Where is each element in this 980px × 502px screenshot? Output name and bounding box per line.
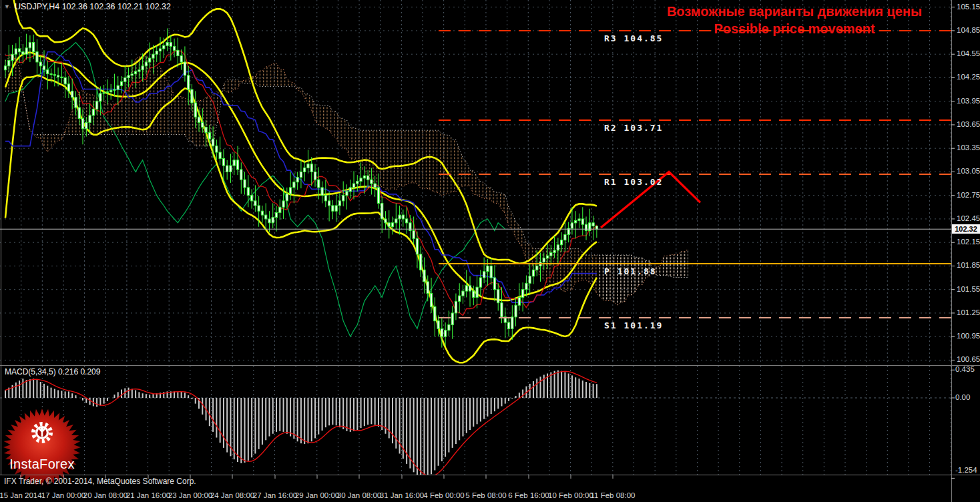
- price-tick-label: 105.15: [957, 3, 980, 11]
- price-tick-label: 102.15: [957, 238, 980, 246]
- instaforex-logo-text: InstaForex: [9, 457, 74, 472]
- price-tick-label: 103.05: [957, 167, 980, 175]
- time-tick-label: 23 Jan 00:00: [168, 491, 213, 499]
- time-tick-label: 29 Jan 00:00: [295, 491, 340, 499]
- price-tick-label: 102.75: [957, 191, 980, 199]
- time-tick-label: 6 Feb 16:00: [508, 491, 549, 499]
- trading-chart-window: ▼ USDJPY,H4 102.36 102.36 102.21 102.32 …: [0, 0, 980, 502]
- pivot-levels: [439, 31, 951, 318]
- pivot-label: R3 104.85: [604, 33, 663, 43]
- macd-tick-label: -1.254: [955, 466, 977, 474]
- time-tick-label: 5 Feb 08:00: [465, 491, 506, 499]
- symbol-dropdown-icon[interactable]: ▼: [4, 3, 10, 10]
- chart-canvas[interactable]: [0, 0, 980, 502]
- current-price-badge: 102.32: [952, 224, 980, 234]
- macd-tick-label: 0.00: [955, 393, 970, 401]
- price-tick-label: 104.85: [957, 26, 980, 34]
- time-tick-label: 11 Feb 08:00: [591, 491, 636, 499]
- chart-title-ohlc: USDJPY,H4 102.36 102.36 102.21 102.32: [15, 2, 171, 11]
- price-tick-label: 101.25: [957, 308, 980, 316]
- price-tick-label: 100.95: [957, 332, 980, 340]
- time-tick-label: 15 Jan 2014: [0, 491, 42, 499]
- time-tick-label: 17 Jan 00:00: [41, 491, 86, 499]
- pivot-label: R1 103.02: [604, 177, 663, 187]
- time-tick-label: 27 Jan 16:00: [253, 491, 298, 499]
- time-tick-label: 20 Jan 08:00: [83, 491, 128, 499]
- macd-tick-label: 0.435: [955, 365, 975, 373]
- price-tick-label: 104.55: [957, 49, 980, 57]
- price-tick-label: 104.25: [957, 73, 980, 81]
- price-tick-label: 101.85: [957, 261, 980, 269]
- price-tick-label: 100.65: [957, 355, 980, 363]
- time-tick-label: 21 Jan 16:00: [126, 491, 171, 499]
- price-tick-label: 103.95: [957, 97, 980, 105]
- pivot-label: R2 103.71: [604, 123, 663, 133]
- copyright-text: IFX Trader, © 2001-2014, MetaQuotes Soft…: [4, 477, 196, 486]
- instaforex-logo: [3, 409, 81, 486]
- annotation-line-en: Possible price movement: [651, 21, 938, 37]
- pivot-label: S1 101.19: [604, 320, 663, 330]
- time-tick-label: 4 Feb 00:00: [423, 491, 464, 499]
- price-tick-label: 102.45: [957, 214, 980, 222]
- time-tick-label: 24 Jan 08:00: [210, 491, 255, 499]
- price-tick-label: 103.35: [957, 144, 980, 152]
- time-tick-label: 10 Feb 00:00: [548, 491, 593, 499]
- macd-indicator-label: MACD(5,34,5) 0.216 0.209: [5, 367, 100, 376]
- pivot-label: P 101.88: [604, 266, 657, 276]
- time-tick-label: 31 Jan 16:00: [380, 491, 425, 499]
- time-tick-label: 30 Jan 08:00: [337, 491, 382, 499]
- price-tick-label: 101.55: [957, 285, 980, 293]
- price-tick-label: 103.65: [957, 120, 980, 128]
- annotation-line-ru: Возможные варианты движения цены: [651, 3, 938, 20]
- macd-plot: [5, 370, 597, 478]
